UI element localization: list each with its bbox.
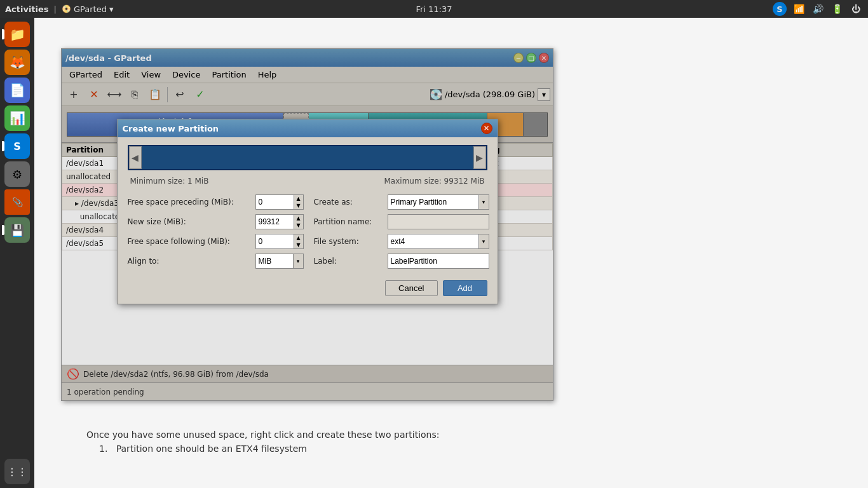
create-as-row: Create as: Primary Partition Extended Pa… — [314, 194, 489, 210]
label-input[interactable] — [388, 254, 489, 269]
dialog-overlay: Create new Partition ✕ ◀ ▶ Minimum size:… — [62, 49, 553, 400]
free-space-preceding-input[interactable] — [255, 194, 294, 210]
system-bar-left: Activities | 📀 GParted ▾ — [5, 4, 114, 14]
label-label: Label: — [314, 257, 384, 266]
new-size-wrap: ▲ ▼ — [255, 214, 304, 229]
free-space-preceding-row: Free space preceding (MiB): ▲ ▼ — [128, 194, 304, 210]
skype-dock-icon[interactable]: S — [4, 133, 30, 159]
new-size-input[interactable] — [255, 214, 294, 229]
partition-name-row: Partition name: — [314, 214, 489, 229]
new-size-spinner: ▲ ▼ — [294, 214, 304, 229]
new-size-up[interactable]: ▲ — [294, 215, 303, 222]
file-system-select[interactable]: ext4 ext3 ext2 ntfs fat32 swap btrfs — [388, 234, 479, 249]
battery-icon[interactable]: 🔋 — [830, 2, 844, 16]
system-bar: Activities | 📀 GParted ▾ Fri 11:37 S 📶 🔊… — [0, 0, 868, 18]
free-space-following-up[interactable]: ▲ — [294, 234, 303, 241]
align-to-wrap: MiB Cylinder None ▾ — [255, 254, 304, 269]
min-size-label: Minimum size: 1 MiB — [130, 177, 209, 186]
slider-right-handle[interactable]: ▶ — [473, 146, 486, 169]
system-tray: S 📶 🔊 🔋 ⏻ — [773, 2, 863, 16]
files-dock-icon[interactable]: 📁 — [4, 22, 30, 47]
slider-left-handle[interactable]: ◀ — [129, 146, 142, 169]
free-space-following-input[interactable] — [255, 234, 294, 249]
create-as-wrap: Primary Partition Extended Partition Log… — [388, 194, 489, 210]
dialog-body: ◀ ▶ Minimum size: 1 MiB Maximum size: 99… — [118, 137, 498, 304]
gparted-app-indicator[interactable]: 📀 GParted ▾ — [62, 4, 114, 14]
gparted-dock-icon[interactable]: 💾 — [4, 217, 30, 243]
spreadsheet-dock-icon[interactable]: 📊 — [4, 105, 30, 131]
power-icon[interactable]: ⏻ — [849, 2, 863, 16]
free-space-preceding-spinner: ▲ ▼ — [294, 194, 304, 210]
add-button[interactable]: Add — [443, 280, 487, 296]
volume-icon[interactable]: 🔊 — [811, 2, 825, 16]
file-system-wrap: ext4 ext3 ext2 ntfs fat32 swap btrfs ▾ — [388, 234, 489, 249]
free-space-following-label: Free space following (MiB): — [128, 237, 252, 246]
align-to-select[interactable]: MiB Cylinder None — [255, 254, 294, 269]
system-bar-clock: Fri 11:37 — [416, 4, 452, 14]
create-as-select[interactable]: Primary Partition Extended Partition Log… — [388, 194, 479, 210]
create-as-arrow: ▾ — [479, 194, 489, 210]
partition-name-label: Partition name: — [314, 217, 384, 226]
align-to-label: Align to: — [128, 257, 252, 266]
partition-size-slider[interactable]: ◀ ▶ — [128, 145, 487, 170]
align-to-arrow: ▾ — [294, 254, 304, 269]
label-row: Label: — [314, 254, 489, 269]
settings-dock-icon[interactable]: ⚙ — [4, 161, 30, 187]
free-space-following-row: Free space following (MiB): ▲ ▼ — [128, 234, 304, 249]
new-size-row: New size (MiB): ▲ ▼ — [128, 214, 304, 229]
documents-dock-icon[interactable]: 📄 — [4, 78, 30, 103]
free-space-following-wrap: ▲ ▼ — [255, 234, 304, 249]
tutorial-text-2: 1. Partition one should be an ETX4 files… — [99, 444, 843, 454]
new-size-down[interactable]: ▼ — [294, 222, 303, 229]
create-partition-dialog: Create new Partition ✕ ◀ ▶ Minimum size:… — [117, 119, 498, 304]
free-space-preceding-down[interactable]: ▼ — [294, 202, 303, 209]
free-space-preceding-label: Free space preceding (MiB): — [128, 198, 252, 207]
dialog-close-button[interactable]: ✕ — [481, 123, 492, 134]
size-info: Minimum size: 1 MiB Maximum size: 99312 … — [128, 177, 487, 186]
dialog-titlebar: Create new Partition ✕ — [118, 119, 498, 137]
tutorial-text-1: Once you have some unused space, right c… — [86, 430, 843, 440]
gparted-window: /dev/sda - GParted − □ ✕ GParted Edit Vi… — [61, 48, 553, 401]
wifi-icon[interactable]: 📶 — [792, 2, 806, 16]
skype-tray-icon[interactable]: S — [773, 2, 787, 16]
terminal-dock-icon[interactable]: 📎 — [4, 189, 30, 215]
tutorial-content-area: Once you have some unused space, right c… — [61, 417, 868, 488]
firefox-dock-icon[interactable]: 🦊 — [4, 50, 30, 75]
file-system-label: File system: — [314, 237, 384, 246]
gparted-dropdown-arrow: ▾ — [109, 4, 114, 14]
free-space-preceding-up[interactable]: ▲ — [294, 195, 303, 202]
max-size-label: Maximum size: 99312 MiB — [384, 177, 485, 186]
activities-button[interactable]: Activities — [5, 4, 49, 14]
free-space-following-spinner: ▲ ▼ — [294, 234, 304, 249]
partition-name-input[interactable] — [388, 214, 489, 229]
new-size-label: New size (MiB): — [128, 217, 252, 226]
align-to-row: Align to: MiB Cylinder None ▾ — [128, 254, 304, 269]
file-system-arrow: ▾ — [479, 234, 489, 249]
dialog-buttons: Cancel Add — [128, 278, 487, 296]
cancel-button[interactable]: Cancel — [385, 280, 437, 296]
main-area: /dev/sda - GParted − □ ✕ GParted Edit Vi… — [34, 18, 868, 488]
free-space-preceding-wrap: ▲ ▼ — [255, 194, 304, 210]
file-system-row: File system: ext4 ext3 ext2 ntfs fat32 s… — [314, 234, 489, 249]
dialog-title: Create new Partition — [123, 124, 219, 133]
apps-dock-icon[interactable]: ⋮⋮ — [4, 459, 30, 484]
free-space-following-down[interactable]: ▼ — [294, 241, 303, 248]
create-as-label: Create as: — [314, 198, 384, 207]
application-dock: 📁 🦊 📄 📊 S ⚙ 📎 💾 ⋮⋮ — [0, 18, 34, 488]
